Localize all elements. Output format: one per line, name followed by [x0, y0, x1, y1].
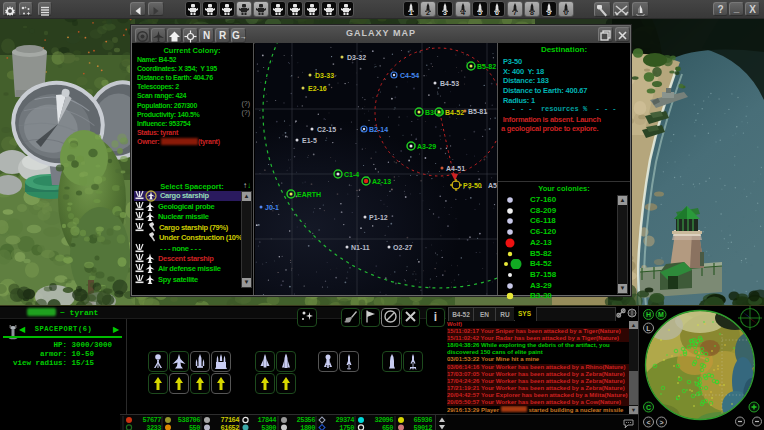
svg-text:D3-32: D3-32 [347, 54, 366, 61]
svg-text:P3-50: P3-50 [463, 182, 482, 189]
svg-text:L: L [646, 325, 651, 332]
svg-text:A5: A5 [488, 182, 497, 189]
svg-text:H: H [646, 311, 651, 318]
svg-text:>: > [659, 419, 663, 426]
svg-text:J0-1: J0-1 [265, 204, 279, 211]
svg-text:A2-13: A2-13 [372, 178, 391, 185]
svg-text:A3-29: A3-29 [417, 143, 436, 150]
svg-text:B5-82: B5-82 [477, 63, 496, 70]
svg-text:C: C [646, 404, 651, 411]
svg-text:E1-5: E1-5 [302, 137, 317, 144]
svg-text:3: 3 [443, 9, 447, 16]
svg-text:6: 6 [495, 9, 499, 16]
svg-text:B4-53: B4-53 [440, 80, 459, 87]
svg-text:8: 8 [530, 9, 534, 16]
svg-text:O2-27: O2-27 [393, 244, 413, 251]
svg-text:EARTH: EARTH [297, 191, 321, 198]
svg-text:C4-54: C4-54 [400, 72, 419, 79]
svg-text:B5-81: B5-81 [468, 108, 487, 115]
svg-text:E2-16: E2-16 [308, 85, 327, 92]
svg-text:P1-12: P1-12 [369, 214, 388, 221]
svg-text:C2-15: C2-15 [317, 126, 336, 133]
svg-text:<: < [646, 419, 650, 426]
svg-text:C1-4: C1-4 [344, 171, 359, 178]
svg-text:5: 5 [478, 9, 482, 16]
svg-text:M: M [658, 311, 664, 318]
svg-text:B4-52: B4-52 [445, 109, 464, 116]
svg-text:A4-51: A4-51 [446, 165, 465, 172]
svg-text:4: 4 [461, 9, 465, 16]
svg-text:N1-11: N1-11 [351, 244, 370, 251]
svg-text:9: 9 [547, 9, 551, 16]
svg-text:0: 0 [564, 9, 568, 16]
svg-text:1: 1 [409, 9, 413, 16]
svg-text:2: 2 [426, 9, 430, 16]
svg-text:B2-14: B2-14 [369, 126, 388, 133]
svg-text:7: 7 [513, 9, 517, 16]
svg-text:D3-33: D3-33 [315, 72, 334, 79]
